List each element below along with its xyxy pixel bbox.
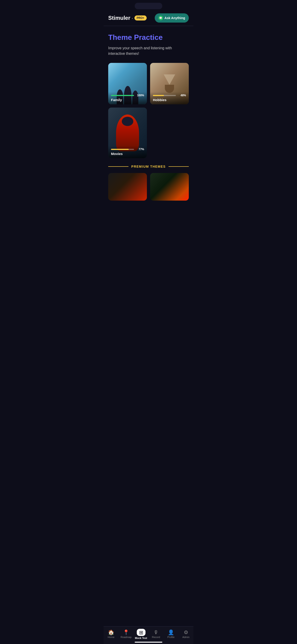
brand: Stimuler · PRO+	[108, 15, 147, 21]
ask-btn-label: Ask Anything	[164, 16, 185, 20]
hobbies-progress-row: 48%	[153, 94, 186, 97]
family-progress-row: 100%	[111, 94, 144, 97]
coffee-illustration	[162, 74, 176, 93]
bottom-spacer	[108, 200, 189, 228]
family-progress-fill	[111, 95, 134, 96]
hobbies-progress-fill	[153, 95, 164, 96]
coffee-base	[165, 85, 174, 93]
theme-card-family[interactable]: 100% Family	[108, 63, 147, 104]
family-label: Family	[111, 98, 122, 102]
pro-badge: PRO+	[134, 16, 147, 20]
premium-image-1	[108, 173, 147, 200]
status-bar	[104, 0, 194, 11]
family-card-bottom: 100% Family	[108, 92, 147, 104]
premium-divider: PREMIUM THEMES	[108, 165, 189, 168]
premium-card-1[interactable]	[108, 173, 147, 200]
hobbies-label: Hobbies	[153, 98, 166, 102]
page-subtitle: Improve your speech and listening with i…	[108, 45, 189, 56]
movies-progress-pct: 77%	[136, 148, 144, 151]
theme-card-movies[interactable]: 77% Movies	[108, 108, 147, 158]
whatsapp-icon: 💬	[158, 16, 163, 20]
movies-label: Movies	[111, 152, 123, 156]
ask-anything-button[interactable]: 💬 Ask Anything	[155, 13, 189, 22]
premium-image-2	[150, 173, 189, 200]
movies-progress-fill	[111, 149, 129, 150]
status-pill	[135, 3, 162, 9]
header: Stimuler · PRO+ 💬 Ask Anything	[104, 11, 194, 26]
movies-card-bottom: 77% Movies	[108, 146, 147, 158]
brand-name: Stimuler	[108, 15, 130, 21]
movies-row: 77% Movies	[108, 108, 189, 158]
main-content: Theme Practice Improve your speech and l…	[104, 31, 194, 230]
brand-dot: ·	[132, 16, 133, 21]
premium-grid	[108, 173, 189, 200]
family-progress-bg	[111, 95, 134, 96]
hobbies-card-bottom: 48% Hobbies	[150, 92, 189, 104]
family-progress-pct: 100%	[136, 94, 144, 97]
section-line-left	[108, 166, 128, 167]
section-line-right	[168, 166, 189, 167]
premium-section-title: PREMIUM THEMES	[131, 165, 166, 168]
themes-grid: 100% Family 48% Hobbies	[108, 63, 189, 104]
page-title: Theme Practice	[108, 33, 189, 42]
movies-progress-row: 77%	[111, 148, 144, 151]
hobbies-progress-pct: 48%	[178, 94, 186, 97]
premium-card-2[interactable]	[150, 173, 189, 200]
hobbies-progress-bg	[153, 95, 176, 96]
theme-card-hobbies[interactable]: 48% Hobbies	[150, 63, 189, 104]
movies-progress-bg	[111, 149, 134, 150]
header-divider	[104, 26, 194, 26]
coffee-cone	[164, 74, 175, 85]
